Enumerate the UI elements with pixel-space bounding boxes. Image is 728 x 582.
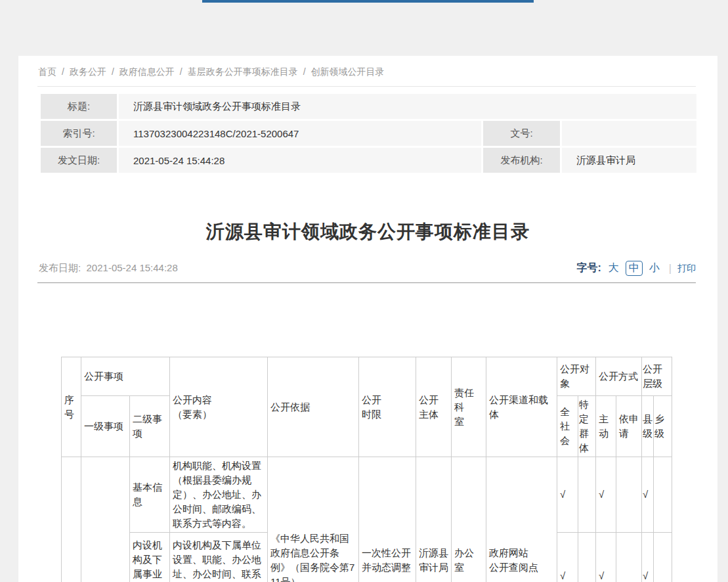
breadcrumb-separator: / — [180, 66, 182, 77]
breadcrumb: 首页/政务公开/政府信息公开/基层政务公开事项标准目录/创新领域公开目录 — [38, 66, 696, 78]
disclosure-catalog-table: 序 号 公开事项 公开内容 （要素） 公开依据 公开 时限 公开 主体 责任科 … — [61, 357, 672, 582]
meta-row-index: 索引号: 11370323004223148C/2021-5200647 文号: — [41, 121, 696, 146]
cell-check-county: √ — [642, 533, 654, 582]
breadcrumb-home[interactable]: 首页 — [38, 66, 56, 77]
cell-level1 — [81, 457, 130, 582]
col-header-method-active: 主 动 — [596, 396, 616, 457]
cell-check-county: √ — [642, 457, 654, 533]
toolbar-divider: | — [669, 263, 672, 275]
meta-date-label: 发文日期: — [41, 148, 117, 173]
nav-bottom-accent-bar — [202, 0, 534, 3]
col-header-basis: 公开依据 — [268, 357, 359, 457]
cell-level2: 基本信息 — [130, 457, 170, 533]
meta-row-date: 发文日期: 2021-05-24 15:44:28 发布机构: 沂源县审计局 — [41, 148, 696, 173]
breadcrumb-standard-catalog[interactable]: 基层政务公开事项标准目录 — [188, 66, 298, 77]
col-header-audience-all: 全社 会 — [557, 396, 578, 457]
breadcrumb-innovation-catalog[interactable]: 创新领域公开目录 — [311, 66, 385, 77]
table-row: 基本信息 机构职能、机构设置（根据县委编办规定）、办公地址、办公时间、邮政编码、… — [62, 457, 672, 533]
col-header-audience-specific: 特定群体 — [578, 396, 596, 457]
cell-department: 办公室 — [452, 457, 486, 582]
cell-content: 机构职能、机构设置（根据县委编办规定）、办公地址、办公时间、邮政编码、联系方式等… — [170, 457, 268, 533]
meta-title-value: 沂源县审计领域政务公开事项标准目录 — [119, 94, 696, 119]
breadcrumb-info-disclosure[interactable]: 政府信息公开 — [119, 66, 175, 77]
cell-subject: 沂源县审计局 — [416, 457, 452, 582]
page-title: 沂源县审计领域政务公开事项标准目录 — [18, 219, 717, 244]
breadcrumb-separator: / — [112, 66, 114, 77]
meta-title-label: 标题: — [41, 94, 117, 119]
cell-content: 内设机构及下属单位设置、职能、办公地址、办公时间、联系方式、负责人姓名等内容。 — [170, 533, 268, 582]
col-header-seq: 序 号 — [62, 357, 81, 457]
cell-level2: 内设机构及下属事业单位 — [130, 533, 170, 582]
breadcrumb-separator: / — [62, 66, 64, 77]
cell-check-request — [616, 457, 642, 533]
col-header-channel: 公开渠道和载 体 — [486, 357, 557, 457]
col-header-level: 公开 层级 — [642, 357, 672, 396]
font-large-button[interactable]: 大 — [609, 261, 619, 275]
cell-check-all: √ — [557, 533, 578, 582]
article-divider — [37, 282, 696, 283]
col-header-level2: 二级事 项 — [130, 396, 170, 457]
cell-seq — [62, 457, 81, 582]
meta-docnum-label: 文号: — [483, 121, 560, 146]
col-header-level-county: 县 级 — [642, 396, 654, 457]
meta-docnum-value — [562, 121, 696, 146]
font-size-control: 字号: 大 中 小 | 打印 — [577, 261, 696, 276]
cell-time-limit: 一次性公开并动态调整 — [359, 457, 416, 582]
col-header-time-limit: 公开 时限 — [359, 357, 416, 457]
publish-date: 发布日期: 2021-05-24 15:44:28 — [39, 262, 178, 275]
meta-index-label: 索引号: — [41, 121, 117, 146]
cell-check-township — [654, 533, 672, 582]
breadcrumb-separator: / — [303, 66, 306, 77]
cell-check-active: √ — [596, 533, 616, 582]
font-size-label: 字号: — [577, 261, 601, 275]
cell-check-specific — [578, 533, 596, 582]
col-header-level-township: 乡 级 — [654, 396, 672, 457]
breadcrumb-divider — [37, 86, 696, 87]
content-panel: 首页/政务公开/政府信息公开/基层政务公开事项标准目录/创新领域公开目录 标题:… — [18, 56, 717, 582]
cell-check-all: √ — [557, 457, 578, 533]
document-meta-table: 标题: 沂源县审计领域政务公开事项标准目录 索引号: 1137032300422… — [39, 92, 698, 175]
cell-check-request — [616, 533, 642, 582]
breadcrumb-zhengwu[interactable]: 政务公开 — [70, 66, 106, 77]
print-button[interactable]: 打印 — [677, 263, 696, 275]
cell-channel: 政府网站 公开查阅点 — [486, 457, 557, 582]
meta-agency-label: 发布机构: — [483, 148, 560, 173]
meta-agency-value: 沂源县审计局 — [562, 148, 696, 173]
meta-row-title: 标题: 沂源县审计领域政务公开事项标准目录 — [41, 94, 696, 119]
catalog-header-row-1: 序 号 公开事项 公开内容 （要素） 公开依据 公开 时限 公开 主体 责任科 … — [62, 357, 672, 396]
font-medium-button[interactable]: 中 — [626, 261, 643, 276]
publish-date-label: 发布日期: — [39, 262, 81, 273]
cell-check-specific — [578, 457, 596, 533]
col-header-subject: 公开 主体 — [416, 357, 452, 457]
meta-date-value: 2021-05-24 15:44:28 — [119, 148, 481, 173]
cell-check-township — [654, 457, 672, 533]
col-header-method: 公开方式 — [596, 357, 642, 396]
col-header-content: 公开内容 （要素） — [170, 357, 268, 457]
cell-basis: 《中华人民共和国政府信息公开条例》（国务院令第711号） — [268, 457, 359, 582]
col-header-method-request: 依申 请 — [616, 396, 642, 457]
col-header-level1: 一级事项 — [81, 396, 130, 457]
font-small-button[interactable]: 小 — [649, 261, 660, 275]
publish-date-value: 2021-05-24 15:44:28 — [87, 262, 178, 273]
article-toolbar: 发布日期: 2021-05-24 15:44:28 字号: 大 中 小 | 打印 — [39, 261, 696, 276]
col-header-audience: 公开对 象 — [557, 357, 596, 396]
meta-index-value: 11370323004223148C/2021-5200647 — [119, 121, 481, 146]
col-header-department: 责任科 室 — [452, 357, 486, 457]
col-header-matters: 公开事项 — [81, 357, 170, 396]
cell-check-active: √ — [596, 457, 616, 533]
